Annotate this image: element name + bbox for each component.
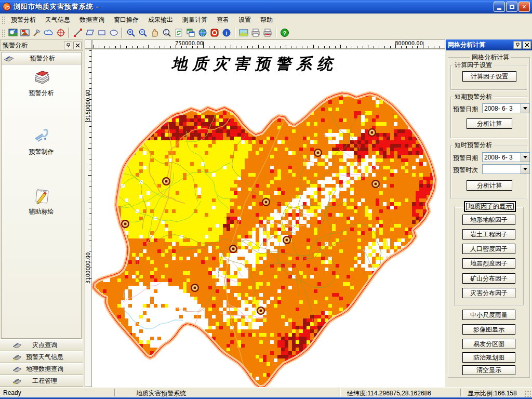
target-tool-icon[interactable]: [55, 27, 66, 38]
calc-factor-setup-button[interactable]: 计算因子设置: [462, 71, 516, 82]
ruler-tick: [154, 46, 154, 48]
ruler-tick: [297, 46, 297, 48]
left-panel-sections: 灾点查询 预警天气信息 地理数据查询 工程管理: [0, 339, 83, 387]
maximize-button[interactable]: [506, 2, 517, 12]
ruler-tick: [203, 42, 204, 48]
disaster-factor-button[interactable]: 灾害分布因子: [462, 288, 515, 298]
short-term-analyze-button[interactable]: 分析计算: [467, 118, 512, 129]
ruler-tick: [89, 170, 91, 170]
rainfall-button[interactable]: 中小尺度雨量: [462, 310, 515, 320]
earthquake-factor-button[interactable]: 地震烈度因子: [462, 258, 515, 269]
ruler-tick: [89, 83, 91, 84]
map-preview-icon[interactable]: [237, 27, 249, 38]
ruler-tick: [99, 46, 99, 48]
menu-window-ops[interactable]: 窗口操作: [110, 14, 143, 26]
toolbar-grip[interactable]: [1, 29, 5, 37]
short-term-date-combo[interactable]: 2008- 6- 3: [482, 103, 530, 113]
terrain-factor-button[interactable]: 地形地貌因子: [462, 215, 515, 225]
menu-measure-calc[interactable]: 测量计算: [178, 14, 211, 26]
prevention-plan-button[interactable]: 防治规划图: [462, 352, 515, 363]
minimize-button[interactable]: [494, 2, 505, 12]
combo-value: 2008- 6- 3: [483, 153, 521, 162]
help-icon[interactable]: ?: [278, 27, 290, 38]
cloud-tool-icon[interactable]: [43, 27, 55, 38]
zoom-out-icon[interactable]: [137, 27, 149, 38]
ruler-tick: [324, 46, 325, 48]
ruler-corner: [85, 39, 92, 49]
tool-label: 辅助标绘: [29, 207, 54, 216]
annotate-image-icon[interactable]: [19, 27, 31, 38]
ruler-tick: [89, 208, 91, 208]
cascade-windows-icon[interactable]: [184, 27, 196, 38]
chevron-down-icon[interactable]: [521, 104, 529, 113]
ruler-tick: [88, 175, 91, 176]
ruler-tick: [429, 46, 429, 48]
short-time-times-combo[interactable]: [482, 164, 530, 174]
map-canvas[interactable]: [92, 49, 445, 388]
section-geo-data-query[interactable]: 地理数据查询: [0, 363, 83, 375]
refresh-view-icon[interactable]: [172, 27, 184, 38]
menu-view[interactable]: 查看: [212, 14, 233, 26]
tool-aux-drawing[interactable]: 辅助标绘: [2, 185, 81, 216]
pin-icon[interactable]: [513, 41, 522, 49]
menu-grip[interactable]: [1, 16, 5, 24]
close-icon[interactable]: [523, 41, 531, 49]
info-icon[interactable]: i: [220, 27, 232, 38]
short-time-analyze-button[interactable]: 分析计算: [467, 180, 512, 191]
polygon-tool-icon[interactable]: [84, 27, 96, 38]
clear-display-button[interactable]: 清空显示: [462, 365, 515, 375]
section-disaster-point-query[interactable]: 灾点查询: [0, 339, 83, 351]
left-panel-header[interactable]: 预警分析: [1, 52, 82, 64]
ruler-tick: [329, 46, 330, 48]
menu-settings[interactable]: 设置: [234, 14, 255, 26]
ruler-tick: [89, 143, 91, 143]
zoom-in-icon[interactable]: [125, 27, 137, 38]
zoom-extent-icon[interactable]: +−: [161, 27, 172, 38]
section-warning-weather-info[interactable]: 预警天气信息: [0, 351, 83, 363]
mine-factor-button[interactable]: 矿山分布因子: [462, 273, 515, 284]
ruler-tick: [318, 46, 319, 48]
device-icon: [12, 342, 22, 349]
menu-data-query[interactable]: 数据查询: [75, 14, 109, 26]
short-time-date-combo[interactable]: 2008- 6- 3: [482, 152, 530, 162]
web-globe-icon[interactable]: [196, 27, 208, 38]
resize-grip[interactable]: [524, 390, 531, 397]
satellite-image-icon[interactable]: [7, 27, 19, 38]
ellipse-tool-icon[interactable]: [108, 27, 119, 38]
ruler-tick: [363, 46, 363, 48]
short-term-label: 短期预警分析: [453, 93, 494, 100]
status-ready: Ready: [3, 389, 21, 396]
menu-weather-info[interactable]: 天气信息: [41, 14, 74, 26]
ruler-tick: [181, 46, 182, 48]
line-tool-icon[interactable]: [72, 27, 84, 38]
print-setup-icon[interactable]: [261, 27, 273, 38]
chevron-down-icon[interactable]: [521, 165, 529, 174]
menu-warning-analysis[interactable]: 预警分析: [7, 14, 40, 26]
susceptibility-map-button[interactable]: 易发分区图: [462, 339, 515, 349]
map-title: 地质灾害预警系统: [171, 54, 338, 75]
population-factor-button[interactable]: 人口密度因子: [462, 244, 515, 254]
ruler-tick: [379, 46, 379, 48]
geology-factor-display-button[interactable]: 地质因子的显示: [464, 201, 516, 212]
ruler-tick: [340, 45, 341, 48]
close-button[interactable]: ✕: [518, 2, 530, 12]
ruler-tick: [89, 99, 91, 100]
rectangle-tool-icon[interactable]: [96, 27, 108, 38]
ruler-tick: [89, 56, 91, 57]
stop-icon[interactable]: [208, 27, 220, 38]
print-icon[interactable]: [249, 27, 261, 38]
image-display-button[interactable]: 影像图显示: [462, 324, 515, 335]
right-panel-body: 网格分析计算 计算因子设置 计算因子设置 短期预警分析 预警日期 2008- 6…: [446, 50, 532, 387]
section-project-management[interactable]: 工程管理: [0, 375, 83, 387]
geotech-factor-button[interactable]: 岩土工程因子: [462, 229, 515, 240]
close-icon[interactable]: [73, 42, 82, 49]
pan-hand-icon[interactable]: [149, 27, 161, 38]
hammer-tool-icon[interactable]: [31, 27, 43, 38]
menu-help[interactable]: 帮助: [256, 14, 277, 26]
pin-icon[interactable]: [64, 42, 72, 49]
ruler-tick: [88, 67, 91, 68]
tool-warning-make[interactable]: 预警制作: [2, 125, 81, 156]
chevron-down-icon[interactable]: [521, 153, 529, 162]
tool-warning-analysis[interactable]: 预警分析: [2, 66, 81, 98]
menu-result-output[interactable]: 成果输出: [144, 14, 177, 26]
